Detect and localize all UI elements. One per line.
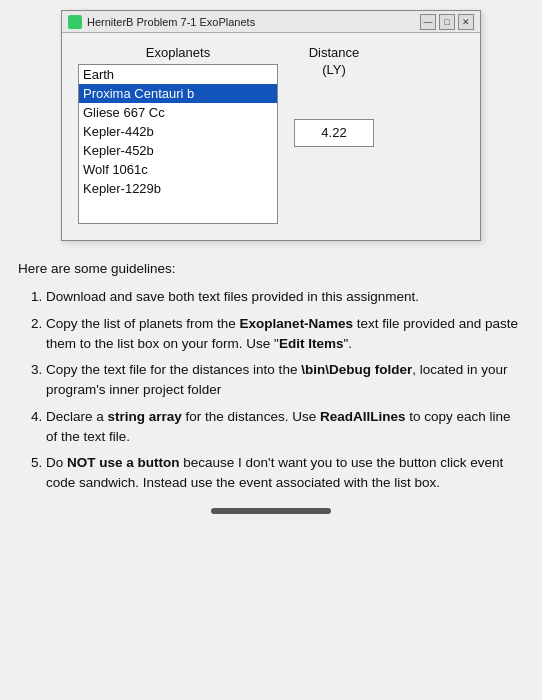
guidelines-section: Here are some guidelines: Download and s… bbox=[10, 259, 532, 494]
list-item[interactable]: Proxima Centauri b bbox=[79, 84, 277, 103]
guideline-item-5: Do NOT use a button because I don't want… bbox=[46, 453, 524, 494]
form-layout: Exoplanets EarthProxima Centauri bGliese… bbox=[78, 45, 464, 224]
title-bar: HerniterB Problem 7-1 ExoPlanets — □ ✕ bbox=[62, 11, 480, 33]
minimize-button[interactable]: — bbox=[420, 14, 436, 30]
bottom-bar bbox=[211, 508, 331, 514]
guideline-item-3: Copy the text file for the distances int… bbox=[46, 360, 524, 401]
exoplanets-listbox[interactable]: EarthProxima Centauri bGliese 667 CcKepl… bbox=[78, 64, 278, 224]
guideline-item-4: Declare a string array for the distances… bbox=[46, 407, 524, 448]
list-item[interactable]: Earth bbox=[79, 65, 277, 84]
window-title: HerniterB Problem 7-1 ExoPlanets bbox=[87, 16, 255, 28]
distance-column: Distance (LY) 4.22 bbox=[294, 45, 374, 147]
list-item[interactable]: Kepler-452b bbox=[79, 141, 277, 160]
title-bar-controls: — □ ✕ bbox=[420, 14, 474, 30]
list-item[interactable]: Kepler-1229b bbox=[79, 179, 277, 198]
maximize-button[interactable]: □ bbox=[439, 14, 455, 30]
distance-label: Distance (LY) bbox=[309, 45, 360, 79]
list-item[interactable]: Kepler-442b bbox=[79, 122, 277, 141]
guideline-item-2: Copy the list of planets from the Exopla… bbox=[46, 314, 524, 355]
listbox-container: Exoplanets EarthProxima Centauri bGliese… bbox=[78, 45, 278, 224]
guidelines-intro: Here are some guidelines: bbox=[18, 259, 524, 279]
title-bar-left: HerniterB Problem 7-1 ExoPlanets bbox=[68, 15, 255, 29]
list-item[interactable]: Gliese 667 Cc bbox=[79, 103, 277, 122]
window-body: Exoplanets EarthProxima Centauri bGliese… bbox=[62, 33, 480, 240]
app-window: HerniterB Problem 7-1 ExoPlanets — □ ✕ E… bbox=[61, 10, 481, 241]
distance-value: 4.22 bbox=[294, 119, 374, 147]
exoplanets-label: Exoplanets bbox=[78, 45, 278, 60]
guidelines-list: Download and save both text files provid… bbox=[18, 287, 524, 493]
list-item[interactable]: Wolf 1061c bbox=[79, 160, 277, 179]
close-button[interactable]: ✕ bbox=[458, 14, 474, 30]
app-icon bbox=[68, 15, 82, 29]
guideline-item-1: Download and save both text files provid… bbox=[46, 287, 524, 307]
